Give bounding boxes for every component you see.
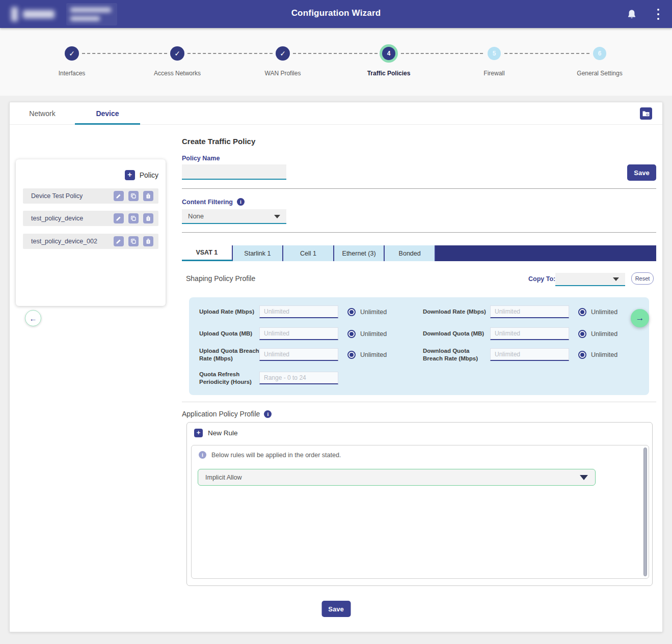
main-content-card: Network Device + Policy Device Test Poli… xyxy=(9,102,663,632)
download-quota-input[interactable] xyxy=(490,327,569,340)
policy-name-label: Policy Name xyxy=(182,155,220,162)
edit-policy-button[interactable] xyxy=(114,236,124,246)
new-rule-label: New Rule xyxy=(208,429,238,437)
tab-device[interactable]: Device xyxy=(75,102,140,125)
save-traffic-policy-button[interactable]: Save xyxy=(321,601,351,617)
rule-implicit-allow[interactable]: Implicit Allow xyxy=(198,469,596,486)
tab-bonded[interactable]: Bonded xyxy=(385,245,436,261)
copy-policy-button[interactable] xyxy=(128,236,139,246)
check-icon: ✓ xyxy=(65,46,79,61)
delete-policy-button[interactable] xyxy=(143,191,153,201)
trash-icon xyxy=(145,238,151,244)
delete-policy-button[interactable] xyxy=(143,236,153,246)
reset-button[interactable]: Reset xyxy=(631,272,654,285)
copy-icon xyxy=(130,215,137,221)
tab-cell-1[interactable]: Cell 1 xyxy=(283,245,334,261)
rule-name: Implicit Allow xyxy=(205,474,580,481)
upload-quota-unlimited-radio[interactable]: Unlimited xyxy=(347,330,415,338)
check-icon: ✓ xyxy=(170,46,184,61)
copy-to-label: Copy To: xyxy=(528,275,555,283)
policy-name: test_policy_device xyxy=(31,215,109,222)
download-rate-input[interactable] xyxy=(490,305,569,318)
info-icon: i xyxy=(199,451,206,459)
policy-name: test_policy_device_002 xyxy=(31,238,109,245)
upload-quota-breach-rate-input[interactable] xyxy=(259,348,338,361)
step-general-settings[interactable]: 6 General Settings xyxy=(554,43,646,77)
step-traffic-policies[interactable]: 4 Traffic Policies xyxy=(343,43,435,77)
download-quota-breach-rate-input[interactable] xyxy=(490,348,569,361)
divider xyxy=(182,232,656,233)
radio-label: Unlimited xyxy=(360,351,387,358)
info-icon[interactable]: i xyxy=(237,198,245,206)
save-policy-button[interactable]: Save xyxy=(627,164,656,181)
wizard-stepper: ✓ Interfaces ✓ Access Networks ✓ WAN Pro… xyxy=(0,28,672,96)
pencil-icon xyxy=(116,193,122,199)
radio-label: Unlimited xyxy=(360,330,387,338)
tab-network[interactable]: Network xyxy=(10,102,75,125)
divider xyxy=(182,402,656,402)
step-interfaces[interactable]: ✓ Interfaces xyxy=(26,43,118,77)
edit-policy-button[interactable] xyxy=(114,213,124,223)
upload-quota-input[interactable] xyxy=(259,327,338,340)
info-icon[interactable]: i xyxy=(264,410,272,418)
copy-to-select[interactable] xyxy=(555,273,625,286)
policy-list-item[interactable]: Device Test Policy xyxy=(23,188,158,204)
radio-label: Unlimited xyxy=(360,309,387,316)
step-access-networks[interactable]: ✓ Access Networks xyxy=(131,43,223,77)
edit-policy-button[interactable] xyxy=(114,191,124,201)
radio-icon[interactable] xyxy=(347,308,356,316)
radio-icon[interactable] xyxy=(578,308,586,316)
step-label: General Settings xyxy=(554,70,646,77)
active-step-ring: 4 xyxy=(380,44,398,63)
chevron-down-icon xyxy=(613,277,619,281)
step-number: 5 xyxy=(488,47,501,60)
copy-policy-button[interactable] xyxy=(128,191,139,201)
step-label: WAN Profiles xyxy=(237,70,329,77)
add-policy-button[interactable]: + Policy xyxy=(125,170,158,180)
step-firewall[interactable]: 5 Firewall xyxy=(448,43,540,77)
back-button[interactable]: ← xyxy=(25,310,41,326)
open-folder-button[interactable] xyxy=(640,107,652,120)
application-profile-title: Application Policy Profile xyxy=(182,410,260,418)
upload-rate-unlimited-radio[interactable]: Unlimited xyxy=(347,308,415,316)
field-label: Download Quota Breach Rate (Mbps) xyxy=(423,347,490,362)
radio-icon[interactable] xyxy=(578,330,586,338)
notifications-bell-icon[interactable] xyxy=(627,9,636,19)
policy-list-item[interactable]: test_policy_device xyxy=(23,211,158,226)
back-arrow-icon: ← xyxy=(30,314,37,323)
radio-icon[interactable] xyxy=(347,351,356,359)
new-rule-button[interactable]: + New Rule xyxy=(194,429,238,437)
step-label: Firewall xyxy=(448,70,540,77)
radio-icon[interactable] xyxy=(347,330,356,338)
app-header: Configuration Wizard xyxy=(0,0,672,28)
tab-ethernet-3[interactable]: Ethernet (3) xyxy=(334,245,385,261)
overflow-menu-icon[interactable] xyxy=(656,9,661,20)
upload-breach-unlimited-radio[interactable]: Unlimited xyxy=(347,351,415,359)
form-heading: Create Traffic Policy xyxy=(182,137,255,146)
tabbar-filler xyxy=(436,245,656,261)
chevron-down-icon[interactable] xyxy=(580,475,588,480)
download-breach-unlimited-radio[interactable]: Unlimited xyxy=(578,351,646,359)
copy-policy-button[interactable] xyxy=(128,213,139,223)
plus-icon: + xyxy=(125,170,135,180)
content-filtering-select[interactable]: None xyxy=(182,209,286,224)
quota-refresh-periodicity-input[interactable] xyxy=(259,372,338,384)
add-policy-label: Policy xyxy=(140,171,158,179)
check-icon: ✓ xyxy=(276,46,290,61)
rules-scrollbar[interactable] xyxy=(643,447,647,576)
policy-name-input[interactable] xyxy=(182,164,286,180)
radio-icon[interactable] xyxy=(578,351,586,359)
policy-list-item[interactable]: test_policy_device_002 xyxy=(23,234,158,249)
field-label: Download Rate (Mbps) xyxy=(423,308,490,316)
tab-starlink-1[interactable]: Starlink 1 xyxy=(233,245,284,261)
download-quota-unlimited-radio[interactable]: Unlimited xyxy=(578,330,646,338)
delete-policy-button[interactable] xyxy=(143,213,153,223)
upload-rate-input[interactable] xyxy=(259,305,338,318)
step-wan-profiles[interactable]: ✓ WAN Profiles xyxy=(237,43,329,77)
field-label: Upload Rate (Mbps) xyxy=(199,308,259,316)
plus-icon: + xyxy=(194,429,203,437)
policy-name: Device Test Policy xyxy=(31,192,109,200)
tab-vsat-1[interactable]: VSAT 1 xyxy=(182,245,233,261)
step-label: Access Networks xyxy=(131,70,223,77)
next-interface-button[interactable]: → xyxy=(631,309,649,327)
